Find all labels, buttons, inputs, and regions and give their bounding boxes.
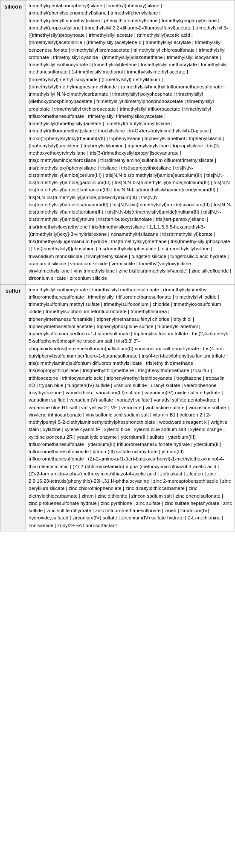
table-row: sulfurtrimethylsilyl isothiocyanate | tr… — [0, 284, 235, 531]
element-compounds: trimethylsilyl isothiocyanate | trimethy… — [26, 284, 235, 531]
element-name: silicon — [0, 0, 26, 284]
elements-table: silicontrimethyl(pentafluorophenyl)silan… — [0, 0, 235, 531]
table-row: silicontrimethyl(pentafluorophenyl)silan… — [0, 0, 235, 284]
element-name: sulfur — [0, 284, 26, 531]
element-compounds: trimethyl(pentafluorophenyl)silane | tri… — [26, 0, 235, 284]
